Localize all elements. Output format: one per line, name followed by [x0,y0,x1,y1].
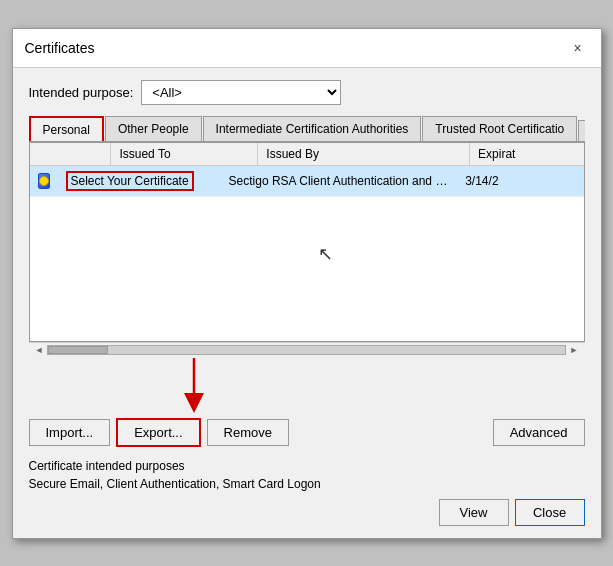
dialog-title: Certificates [25,40,95,56]
scroll-left-arrow[interactable]: ◄ [33,345,46,355]
th-expiry: Expirat [470,143,583,165]
purposes-title: Certificate intended purposes [29,459,585,473]
issued-to-highlight: Select Your Certificate [66,171,194,191]
advanced-button[interactable]: Advanced [493,419,585,446]
tab-nav-left[interactable]: ◄ [578,120,584,141]
table-body: Select Your Certificate Sectigo RSA Clie… [30,166,584,338]
tab-other-people[interactable]: Other People [105,116,202,141]
title-bar: Certificates × [13,29,601,68]
cert-icon-cell [30,168,58,194]
view-button[interactable]: View [439,499,509,526]
dialog-content: Intended purpose: <All> Personal Other P… [13,68,601,538]
scrollbar-thumb[interactable] [48,346,108,354]
cert-icon [38,173,50,189]
remove-button[interactable]: Remove [207,419,289,446]
view-close-row: View Close [29,499,585,526]
table-header: Issued To Issued By Expirat [30,143,584,166]
scrollbar-track[interactable] [47,345,565,355]
arrow-area [29,358,585,408]
action-buttons: Import... Export... Remove Advanced [29,418,585,447]
certificates-dialog: Certificates × Intended purpose: <All> P… [12,28,602,539]
th-issued-by: Issued By [258,143,470,165]
td-issued-to: Select Your Certificate [58,166,221,196]
table-row[interactable]: Select Your Certificate Sectigo RSA Clie… [30,166,584,197]
purposes-value: Secure Email, Client Authentication, Sma… [29,477,585,491]
th-issued-to: Issued To [111,143,258,165]
tab-trusted-root[interactable]: Trusted Root Certificatio [422,116,577,141]
import-button[interactable]: Import... [29,419,111,446]
td-issued-by: Sectigo RSA Client Authentication and Se… [221,169,458,193]
intended-purpose-row: Intended purpose: <All> [29,80,585,105]
arrow-svg [29,358,585,408]
purposes-section: Certificate intended purposes Secure Ema… [29,459,585,491]
tabs-bar: Personal Other People Intermediate Certi… [29,115,585,142]
intended-purpose-select[interactable]: <All> [141,80,341,105]
close-icon[interactable]: × [567,37,589,59]
close-button[interactable]: Close [515,499,585,526]
td-expiry: 3/14/2 [457,169,583,193]
export-button[interactable]: Export... [116,418,200,447]
tab-intermediate[interactable]: Intermediate Certification Authorities [203,116,422,141]
tab-personal[interactable]: Personal [29,116,104,142]
intended-purpose-label: Intended purpose: [29,85,134,100]
certificates-table: Issued To Issued By Expirat Select Your … [29,142,585,342]
th-icon [30,143,112,165]
scroll-right-arrow[interactable]: ► [568,345,581,355]
horizontal-scrollbar[interactable]: ◄ ► [29,342,585,358]
